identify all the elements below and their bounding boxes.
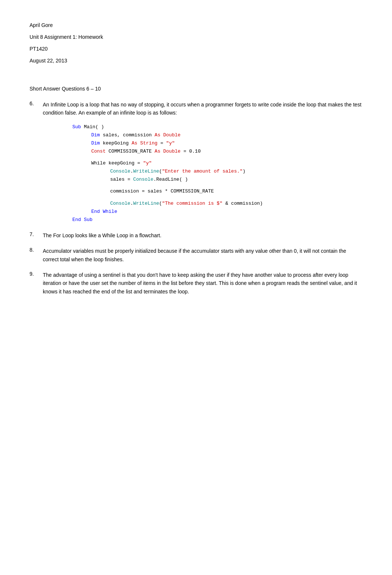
assignment-title: Unit 8 Assignment 1: Homework — [30, 34, 362, 40]
submission-date: August 22, 2013 — [30, 58, 362, 64]
author-name: April Gore — [30, 22, 362, 28]
question-8-number: 8. — [30, 247, 43, 253]
section-title: Short Answer Questions 6 – 10 — [30, 86, 362, 92]
code-line-11: End Sub — [72, 216, 362, 224]
code-line-10: End While — [80, 208, 362, 216]
code-spacer-2 — [72, 184, 362, 187]
code-line-4: Const COMMISSION_RATE As Double = 0.10 — [80, 147, 362, 156]
question-9-text: The advantage of using a sentinel is tha… — [43, 271, 362, 296]
code-spacer-1 — [72, 156, 362, 159]
code-line-2: Dim sales, commission As Double — [80, 131, 362, 139]
code-example: Sub Main( ) Dim sales, commission As Dou… — [72, 123, 362, 224]
question-6-content: An Infinite Loop is a loop that has no w… — [43, 101, 362, 224]
question-8-text: Accumulator variables must be properly i… — [43, 247, 362, 263]
course-code: PT1420 — [30, 46, 362, 52]
question-9: 9. The advantage of using a sentinel is … — [30, 271, 362, 296]
questions-list: 6. An Infinite Loop is a loop that has n… — [30, 101, 362, 296]
question-7: 7. The For Loop looks like a While Loop … — [30, 231, 362, 239]
question-6-number: 6. — [30, 101, 43, 106]
code-line-5: While keepGoing = "y" — [80, 159, 362, 167]
code-line-1: Sub Main( ) — [72, 123, 362, 131]
code-line-3: Dim keepGoing As String = "y" — [80, 139, 362, 147]
question-9-number: 9. — [30, 271, 43, 277]
code-line-8: commission = sales * COMMISSION_RATE — [87, 187, 362, 195]
header-section: April Gore Unit 8 Assignment 1: Homework… — [30, 22, 362, 64]
question-7-number: 7. — [30, 231, 43, 237]
question-8: 8. Accumulator variables must be properl… — [30, 247, 362, 263]
code-line-9: Console.WriteLine("The commission is $" … — [87, 200, 362, 208]
question-6: 6. An Infinite Loop is a loop that has n… — [30, 101, 362, 224]
code-line-7: sales = Console.ReadLine( ) — [87, 176, 362, 184]
question-6-text: An Infinite Loop is a loop that has no w… — [43, 102, 361, 116]
code-spacer-3 — [72, 196, 362, 200]
question-7-text: The For Loop looks like a While Loop in … — [43, 231, 362, 239]
code-line-6: Console.WriteLine("Enter the amount of s… — [87, 167, 362, 176]
